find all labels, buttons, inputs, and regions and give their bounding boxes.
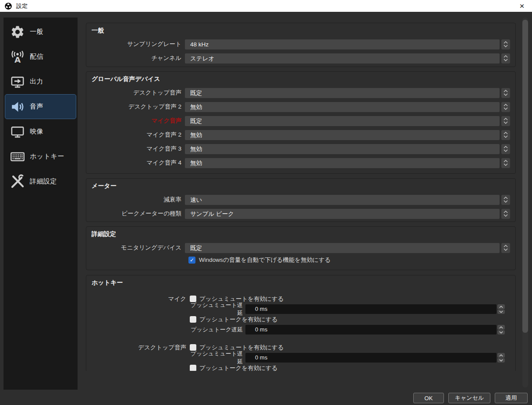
apply-button[interactable]: 適用 (495, 393, 528, 403)
sidebar-item-label: 一般 (30, 28, 43, 36)
mic-audio-4-select[interactable]: 無効 (185, 158, 510, 168)
sidebar-item-label: 音声 (30, 102, 43, 111)
desktop-push-to-mute-row: デスクトップ音声 プッシュミュートを有効にする (92, 342, 510, 353)
spin-up-button[interactable] (497, 325, 505, 330)
combo-value[interactable]: 速い (185, 195, 500, 205)
combo-value[interactable]: 無効 (185, 158, 500, 168)
desktop-audio-select[interactable]: 既定 (185, 88, 510, 98)
spinbox-value[interactable]: 0 ms (245, 353, 497, 363)
group-title: 詳細設定 (92, 230, 510, 238)
spin-up-button[interactable] (497, 304, 505, 309)
combo-value[interactable]: 既定 (185, 116, 500, 126)
decay-rate-select[interactable]: 速い (185, 195, 510, 205)
combo-dropdown-button[interactable] (501, 39, 510, 49)
group-title: ホットキー (92, 279, 510, 286)
svg-text:A: A (14, 55, 21, 64)
sidebar-item-audio[interactable]: 音声 (5, 94, 76, 119)
dialog-footer: OK キャンセル 適用 (413, 393, 528, 403)
broadcast-icon: A (8, 48, 27, 66)
combo-value[interactable]: 既定 (185, 243, 500, 253)
combo-dropdown-button[interactable] (501, 102, 510, 112)
mic-audio-3-select[interactable]: 無効 (185, 144, 510, 154)
mic-push-to-talk-row: プッシュトークを有効にする (92, 314, 510, 325)
keyboard-icon (8, 148, 27, 166)
combo-value[interactable]: ステレオ (185, 53, 500, 63)
desktop-push-to-mute-delay-row: プッシュミュート遅延 0 ms (92, 353, 510, 363)
combo-dropdown-button[interactable] (501, 88, 510, 98)
combo-value[interactable]: 既定 (185, 88, 500, 98)
sidebar-item-label: 出力 (30, 77, 43, 86)
form-row-decay-rate: 減衰率 速い (92, 193, 510, 207)
combo-dropdown-button[interactable] (501, 116, 510, 126)
scrollbar-thumb[interactable] (522, 20, 528, 333)
sidebar-item-label: 配信 (30, 53, 43, 61)
field-label: マイク音声 2 (92, 131, 185, 139)
combo-dropdown-button[interactable] (501, 243, 510, 253)
form-row-mic-audio: マイク音声 既定 (92, 114, 510, 128)
spinbox-value[interactable]: 0 ms (245, 304, 497, 314)
form-row-mic-audio-4: マイク音声 4 無効 (92, 156, 510, 170)
ok-button[interactable]: OK (413, 393, 444, 403)
combo-dropdown-button[interactable] (501, 130, 510, 140)
field-label: マイク音声 3 (92, 145, 185, 153)
group-general: 一般 サンプリングレート 48 kHz チャンネル ステレオ (86, 23, 516, 67)
gear-icon (8, 23, 27, 41)
desktop-push-to-mute-delay-spinbox[interactable]: 0 ms (245, 353, 505, 363)
sidebar-item-advanced[interactable]: 詳細設定 (5, 169, 76, 194)
audio-icon (8, 98, 27, 116)
mic-audio-2-select[interactable]: 無効 (185, 130, 510, 140)
sidebar-item-output[interactable]: 出力 (5, 69, 76, 94)
spacer (92, 335, 510, 342)
sidebar-item-label: ホットキー (30, 152, 64, 161)
peak-meter-type-select[interactable]: サンプル ピーク (185, 209, 510, 219)
combo-value[interactable]: 無効 (185, 102, 500, 112)
combo-dropdown-button[interactable] (501, 53, 510, 63)
settings-window: 設定 × 一般 A 配信 (0, 0, 532, 405)
spin-down-button[interactable] (497, 310, 505, 314)
mic-push-to-mute-delay-row: プッシュミュート遅延 0 ms (92, 304, 510, 315)
mic-push-to-mute-delay-spinbox[interactable]: 0 ms (245, 304, 505, 314)
desktop-audio-2-select[interactable]: 無効 (185, 102, 510, 112)
disable-ducking-checkbox[interactable]: ✓ (188, 257, 195, 264)
obs-logo-icon (4, 2, 12, 10)
hotkey-group-label: マイク (92, 295, 190, 303)
sidebar-item-video[interactable]: 映像 (5, 119, 76, 144)
sample-rate-select[interactable]: 48 kHz (185, 39, 510, 49)
mic-push-to-talk-checkbox[interactable] (190, 316, 196, 323)
combo-value[interactable]: 48 kHz (185, 39, 500, 49)
audio-settings-panel: 一般 サンプリングレート 48 kHz チャンネル ステレオ (86, 23, 516, 371)
group-meters: メーター 減衰率 速い ピークメーターの種類 サンプル ピーク (86, 178, 516, 222)
field-label: サンプリングレート (92, 40, 185, 48)
sidebar-item-hotkeys[interactable]: ホットキー (5, 144, 76, 169)
hotkey-group-label: デスクトップ音声 (92, 344, 190, 352)
sidebar-item-general[interactable]: 一般 (5, 19, 76, 44)
form-row-channels: チャンネル ステレオ (92, 51, 510, 65)
sidebar-item-stream[interactable]: A 配信 (5, 44, 76, 69)
spinbox-value[interactable]: 0 ms (245, 325, 497, 335)
combo-dropdown-button[interactable] (501, 144, 510, 154)
combo-value[interactable]: サンプル ピーク (185, 209, 500, 219)
close-icon[interactable]: × (516, 2, 528, 10)
combo-dropdown-button[interactable] (501, 209, 510, 219)
cancel-button[interactable]: キャンセル (448, 393, 490, 403)
field-label: デスクトップ音声 (92, 89, 185, 97)
spin-down-button[interactable] (497, 358, 505, 363)
field-label: プッシュトーク遅延 (190, 326, 245, 334)
video-icon (8, 123, 27, 141)
spin-up-button[interactable] (497, 353, 505, 358)
combo-dropdown-button[interactable] (501, 158, 510, 168)
monitoring-device-select[interactable]: 既定 (185, 243, 510, 253)
field-label: モニタリングデバイス (92, 244, 185, 252)
form-row-monitoring-device: モニタリングデバイス 既定 (92, 241, 510, 255)
vertical-scrollbar[interactable] (522, 18, 528, 387)
desktop-push-to-talk-checkbox[interactable] (190, 365, 196, 371)
combo-value[interactable]: 無効 (185, 144, 500, 154)
mic-push-to-mute-row: マイク プッシュミュートを有効にする (92, 294, 510, 304)
spin-down-button[interactable] (497, 330, 505, 335)
mic-audio-select[interactable]: 既定 (185, 116, 510, 126)
mic-push-to-talk-delay-spinbox[interactable]: 0 ms (245, 325, 505, 335)
channels-select[interactable]: ステレオ (185, 53, 510, 63)
mic-push-to-talk-delay-row: プッシュトーク遅延 0 ms (92, 325, 510, 335)
combo-value[interactable]: 無効 (185, 130, 500, 140)
combo-dropdown-button[interactable] (501, 195, 510, 205)
